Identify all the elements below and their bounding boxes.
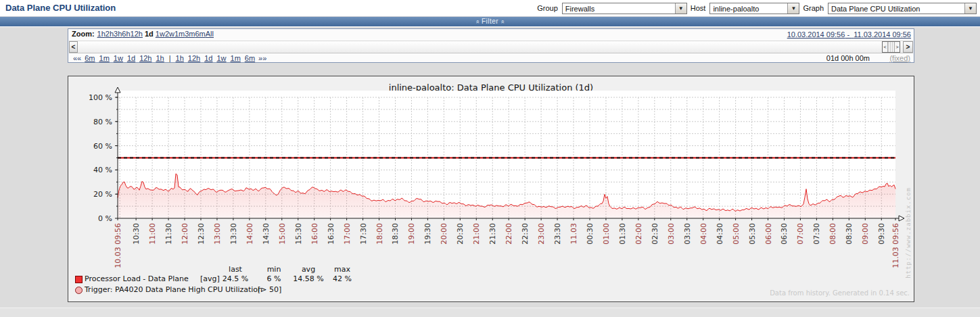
y-axis-label-20: 20 % bbox=[93, 190, 112, 199]
shift-fwd-link-1m[interactable]: 1m bbox=[231, 54, 241, 62]
x-axis-label: 11.03 bbox=[569, 223, 578, 245]
x-axis-label: 04:00 bbox=[699, 223, 708, 245]
x-axis-label: 09:30 bbox=[877, 223, 886, 245]
legend-series-name: Processor Load - Data Plane bbox=[85, 274, 189, 283]
shift-back-link-1m[interactable]: 1m bbox=[99, 54, 110, 62]
legend-stat-max: 42 % bbox=[333, 274, 352, 283]
x-axis-label: 05:00 bbox=[732, 223, 741, 245]
x-axis-label: 12:30 bbox=[197, 223, 206, 245]
x-axis-label: 05:30 bbox=[748, 223, 757, 245]
x-axis-label: 13:00 bbox=[213, 223, 222, 245]
x-axis-label: 16:00 bbox=[310, 223, 319, 245]
x-axis-label: 11:30 bbox=[164, 223, 173, 245]
y-axis-label-0: 0 % bbox=[98, 214, 112, 223]
time-scrollbar[interactable]: < < > > bbox=[69, 41, 913, 53]
group-select-value: Firewalls bbox=[563, 3, 675, 14]
shift-back-link-6m[interactable]: 6m bbox=[85, 54, 95, 62]
y-axis-label-100: 100 % bbox=[89, 93, 112, 102]
zoom-link-1m[interactable]: 1m bbox=[174, 30, 185, 38]
legend-trigger-condition: [> 50] bbox=[258, 285, 281, 294]
zoom-link-2w[interactable]: 2w bbox=[165, 30, 174, 38]
scrollbar-left-arrow-button[interactable]: < bbox=[69, 41, 78, 53]
window-duration: 01d 00h 00m bbox=[826, 54, 870, 62]
x-axis-label: 07:00 bbox=[796, 223, 805, 245]
shift-fwd-link-6m[interactable]: 6m bbox=[245, 54, 255, 62]
legend-stat-last: 24.5 % bbox=[223, 274, 248, 283]
shift-far-left-symbol[interactable]: «« bbox=[73, 54, 81, 62]
x-axis-label: 17:00 bbox=[343, 223, 352, 245]
y-axis-label-80: 80 % bbox=[93, 118, 112, 126]
x-axis-label: 14:00 bbox=[246, 223, 254, 245]
filter-collapse-bar[interactable]: » Filter » bbox=[0, 17, 980, 27]
zoom-link-1w[interactable]: 1w bbox=[156, 30, 165, 38]
shift-far-right-symbol[interactable]: »» bbox=[258, 54, 266, 62]
zoom-links-row: Zoom:1h2h3h6h12h1d1w2w1m3m6mAll 10.03.20… bbox=[72, 30, 912, 40]
x-axis-label: 21:30 bbox=[488, 223, 497, 245]
chevron-down-icon[interactable]: ▼ bbox=[675, 3, 686, 14]
x-axis-label: 21:00 bbox=[472, 223, 481, 245]
shift-fwd-link-1d[interactable]: 1d bbox=[204, 54, 212, 62]
top-header-bar: Data Plane CPU Utilization Group Firewal… bbox=[0, 0, 980, 17]
shift-back-link-12h[interactable]: 12h bbox=[139, 54, 151, 62]
shift-back-link-1w[interactable]: 1w bbox=[114, 54, 123, 62]
host-select[interactable]: inline-paloalto ▼ bbox=[709, 3, 799, 14]
x-axis-label: 20:30 bbox=[456, 223, 465, 245]
x-axis-label: 11:00 bbox=[148, 223, 157, 245]
zoom-link-6h[interactable]: 6h bbox=[122, 30, 130, 38]
fixed-toggle-link[interactable]: (fixed) bbox=[889, 54, 910, 62]
x-axis-label: 13:30 bbox=[229, 223, 238, 245]
thumb-shrink-left-button[interactable]: < bbox=[883, 42, 888, 52]
date-range-link[interactable]: 10.03.2014 09:56 - 11.03.2014 09:56 bbox=[787, 30, 911, 39]
shift-back-link-1h[interactable]: 1h bbox=[156, 54, 164, 62]
x-axis-label: 03:00 bbox=[667, 223, 676, 245]
graph-footer-note: Data from history. Generated in 0.14 sec… bbox=[770, 289, 910, 297]
legend-trigger-name: Trigger: PA4020 Data Plane High CPU Util… bbox=[85, 285, 262, 294]
graph-select[interactable]: Data Plane CPU Utilization ▼ bbox=[828, 3, 977, 14]
x-axis-label: 06:00 bbox=[764, 223, 773, 245]
group-select[interactable]: Firewalls ▼ bbox=[562, 3, 687, 14]
x-axis-label: 12:00 bbox=[181, 223, 189, 245]
x-axis-label: 09:00 bbox=[861, 223, 870, 245]
legend-header-min: min bbox=[267, 265, 281, 274]
zoom-label: Zoom: bbox=[72, 30, 95, 38]
shift-fwd-link-1h[interactable]: 1h bbox=[176, 54, 184, 62]
scrollbar-right-arrow-button[interactable]: > bbox=[903, 41, 913, 53]
zoom-link-3m[interactable]: 3m bbox=[185, 30, 195, 38]
thumb-shrink-right-button[interactable]: > bbox=[894, 42, 900, 52]
shift-back-link-1d[interactable]: 1d bbox=[127, 54, 135, 62]
nav-divider: | bbox=[169, 54, 171, 62]
cpu-utilization-chart[interactable]: 0 %20 %40 %60 %80 %100 %10:3011:0011:301… bbox=[68, 76, 914, 301]
series-color-swatch bbox=[75, 276, 83, 283]
zoom-link-All[interactable]: All bbox=[206, 30, 214, 38]
x-axis-label: 00:30 bbox=[586, 223, 594, 245]
x-axis-label: 01:30 bbox=[618, 223, 627, 245]
zoom-link-1d: 1d bbox=[145, 30, 154, 38]
zoom-link-6m[interactable]: 6m bbox=[195, 30, 206, 38]
page-title: Data Plane CPU Utilization bbox=[5, 3, 116, 13]
zoom-link-2h[interactable]: 2h bbox=[106, 30, 114, 38]
filter-bar-label: Filter bbox=[482, 18, 498, 25]
zoom-link-1h[interactable]: 1h bbox=[97, 30, 106, 38]
zoom-link-12h[interactable]: 12h bbox=[131, 30, 143, 38]
time-shift-links-row: ««6m1m1w1d12h1h|1h12h1d1w1m6m»» 01d 00h … bbox=[72, 54, 912, 63]
zoom-link-3h[interactable]: 3h bbox=[114, 30, 122, 38]
scrollbar-thumb[interactable]: < > bbox=[882, 41, 900, 53]
group-label: Group bbox=[537, 4, 558, 12]
legend-stat-min: 6 % bbox=[267, 274, 281, 283]
graph-select-value: Data Plane CPU Utilization bbox=[829, 3, 964, 14]
x-axis-label: 08:30 bbox=[845, 223, 854, 245]
chevron-down-icon[interactable]: ▼ bbox=[964, 3, 976, 14]
shift-fwd-link-1w[interactable]: 1w bbox=[216, 54, 226, 62]
x-axis-label: 15:30 bbox=[294, 223, 303, 245]
x-axis-label: 01:00 bbox=[602, 223, 611, 245]
thumb-drag-grip[interactable] bbox=[888, 42, 894, 52]
x-axis-label: 22:00 bbox=[505, 223, 513, 245]
x-axis-label: 18:00 bbox=[375, 223, 384, 245]
legend-header-max: max bbox=[334, 265, 350, 274]
shift-fwd-link-12h[interactable]: 12h bbox=[188, 54, 200, 62]
chevron-down-icon[interactable]: ▼ bbox=[787, 3, 799, 14]
x-axis-label: 06:30 bbox=[780, 223, 789, 245]
top-filter-controls: Group Firewalls ▼ Host inline-paloalto ▼… bbox=[537, 2, 977, 14]
legend-stat-avg: 14.58 % bbox=[293, 274, 323, 283]
x-axis-label: 08:00 bbox=[829, 223, 837, 245]
